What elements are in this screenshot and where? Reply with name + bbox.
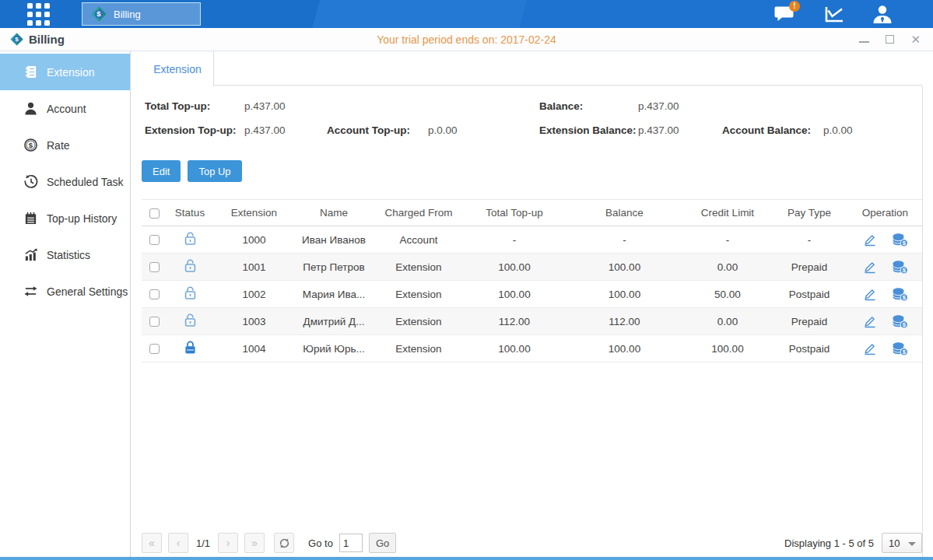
row-checkbox[interactable] xyxy=(149,235,160,245)
billing-diamond-dollar-icon: $ xyxy=(91,6,107,22)
close-icon[interactable]: ✕ xyxy=(910,35,921,44)
balance-label: Balance: xyxy=(539,100,583,112)
cell-balance: 112.00 xyxy=(564,308,685,335)
edit-pencil-icon[interactable] xyxy=(863,233,877,247)
cell-total-topup: 100.00 xyxy=(465,335,564,362)
row-checkbox[interactable] xyxy=(149,262,160,272)
ledger-icon xyxy=(23,65,38,79)
edit-button[interactable]: Edit xyxy=(142,160,181,182)
prev-page-button[interactable]: ‹ xyxy=(168,533,188,553)
sidebar-item-extension[interactable]: Extension xyxy=(0,54,130,90)
person-icon xyxy=(23,101,38,116)
tab-extension[interactable]: Extension xyxy=(142,51,214,86)
row-checkbox[interactable] xyxy=(149,317,160,327)
col-extension: Extension xyxy=(213,200,295,226)
cell-name: Юрий Юрь... xyxy=(295,335,373,362)
lock-open-icon xyxy=(184,258,197,273)
window-title-group: $ Billing xyxy=(10,33,65,46)
prev-page-icon: ‹ xyxy=(177,537,181,549)
last-page-button[interactable]: » xyxy=(244,533,265,553)
col-credit-limit: Credit Limit xyxy=(685,200,770,226)
cell-pay-type: Postpaid xyxy=(770,335,848,362)
next-page-icon: › xyxy=(226,537,230,549)
window-bottom-border xyxy=(0,557,933,560)
apps-grid-icon[interactable] xyxy=(27,3,50,26)
topup-coins-icon[interactable]: $ xyxy=(892,260,908,275)
table-row: 1004 Юрий Юрь... Extension 100.00 100.00… xyxy=(142,335,922,362)
total-topup-label: Total Top-up: xyxy=(145,100,210,112)
cell-balance: 100.00 xyxy=(564,254,685,281)
sidebar-item-label: Extension xyxy=(47,66,94,79)
chat-icon[interactable]: ! xyxy=(773,3,796,25)
displaying-text: Displaying 1 - 5 of 5 xyxy=(784,537,874,549)
main-content: Extension Total Top-up: p.437.00 Balance… xyxy=(131,51,933,557)
cell-name: Иван Иванов xyxy=(295,226,373,254)
sidebar-item-topup-history[interactable]: Top-up History xyxy=(0,200,130,236)
first-page-button[interactable]: « xyxy=(142,533,162,553)
go-button[interactable]: Go xyxy=(369,533,396,553)
row-checkbox[interactable] xyxy=(149,289,160,299)
minimize-icon[interactable] xyxy=(859,37,869,43)
cell-extension: 1001 xyxy=(213,254,295,281)
page-size-select[interactable]: 10 xyxy=(882,533,922,553)
sidebar-item-label: Account xyxy=(47,103,86,115)
row-checkbox[interactable] xyxy=(149,344,160,354)
goto-page-input[interactable] xyxy=(339,534,363,552)
page-size-value: 10 xyxy=(889,537,900,549)
sidebar-item-rate[interactable]: $ Rate xyxy=(0,127,130,163)
refresh-icon xyxy=(279,537,290,549)
edit-pencil-icon[interactable] xyxy=(863,314,877,328)
svg-text:$: $ xyxy=(96,9,101,18)
page-indicator: 1/1 xyxy=(196,537,210,549)
select-all-checkbox[interactable] xyxy=(149,208,160,219)
tab-strip: Extension xyxy=(142,51,922,86)
topup-coins-icon[interactable]: $ xyxy=(892,233,908,247)
chevron-down-icon xyxy=(908,542,916,546)
cell-charged-from: Extension xyxy=(373,335,465,362)
user-icon[interactable] xyxy=(871,3,894,25)
edit-pencil-icon[interactable] xyxy=(863,287,877,301)
topup-coins-icon[interactable]: $ xyxy=(892,314,908,329)
col-charged-from: Charged From xyxy=(373,200,465,226)
window-title-bar: $ Billing Your trial period ends on: 201… xyxy=(0,28,933,51)
account-balance-value: p.0.00 xyxy=(823,124,853,136)
balance-value: p.437.00 xyxy=(638,100,679,112)
maximize-icon[interactable] xyxy=(886,35,894,44)
cell-extension: 1004 xyxy=(213,335,295,362)
cell-charged-from: Extension xyxy=(373,254,465,281)
sidebar-item-scheduled-task[interactable]: Scheduled Task xyxy=(0,163,130,200)
sidebar-item-general-settings[interactable]: General Settings xyxy=(0,273,130,310)
taskbar-billing-button[interactable]: $ Billing xyxy=(82,2,201,26)
topup-coins-icon[interactable]: $ xyxy=(892,287,908,302)
edit-pencil-icon[interactable] xyxy=(863,260,877,274)
extension-topup-label: Extension Top-up: xyxy=(145,124,237,136)
sidebar-item-label: General Settings xyxy=(47,285,128,298)
cell-extension: 1000 xyxy=(213,226,295,254)
cell-credit-limit: 0.00 xyxy=(685,308,770,335)
col-balance: Balance xyxy=(564,200,685,226)
table-row: 1003 Дмитрий Д... Extension 112.00 112.0… xyxy=(142,308,922,335)
line-chart-icon[interactable] xyxy=(822,3,845,25)
sidebar-item-statistics[interactable]: Statistics xyxy=(0,236,130,273)
col-status: Status xyxy=(167,200,213,226)
extension-topup-value: p.437.00 xyxy=(244,124,286,136)
taskbar-app-label: Billing xyxy=(114,9,141,20)
edit-pencil-icon[interactable] xyxy=(863,341,877,355)
topup-button[interactable]: Top Up xyxy=(188,160,241,182)
cell-credit-limit: 50.00 xyxy=(685,281,770,308)
cell-pay-type: Prepaid xyxy=(770,308,848,335)
topup-coins-icon[interactable]: $ xyxy=(892,341,908,356)
refresh-button[interactable] xyxy=(274,533,294,553)
table-row: 1001 Петр Петров Extension 100.00 100.00… xyxy=(142,254,922,281)
table-row: 1000 Иван Иванов Account - - - - xyxy=(142,226,922,254)
lock-open-icon xyxy=(184,285,197,300)
cell-name: Дмитрий Д... xyxy=(295,308,373,335)
account-balance-label: Account Balance: xyxy=(722,124,811,136)
tab-label: Extension xyxy=(153,63,201,75)
svg-text:$: $ xyxy=(15,36,19,43)
sidebar-item-account[interactable]: Account xyxy=(0,90,130,127)
cell-charged-from: Extension xyxy=(373,281,465,308)
sidebar-item-label: Scheduled Task xyxy=(47,176,124,188)
next-page-button[interactable]: › xyxy=(218,533,238,553)
cell-credit-limit: 0.00 xyxy=(685,254,770,281)
